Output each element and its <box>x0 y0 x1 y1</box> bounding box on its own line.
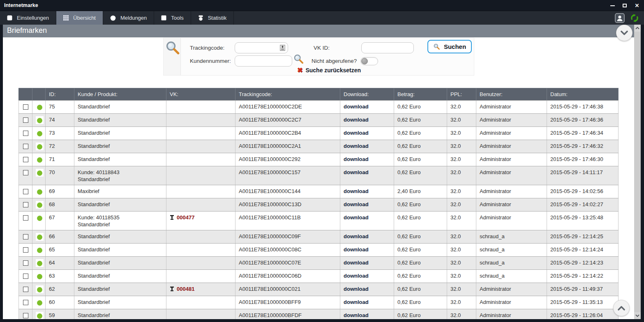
betrag-cell: 0,62 Euro <box>394 244 447 257</box>
download-link[interactable]: download <box>344 260 369 266</box>
download-link[interactable]: download <box>344 169 369 175</box>
datum-cell: 2015-05-29 - 12:14:25 <box>547 230 619 244</box>
row-checkbox[interactable] <box>23 300 28 305</box>
download-link[interactable]: download <box>344 233 369 239</box>
id-cell: 69 <box>46 185 74 198</box>
betrag-cell: 0,62 Euro <box>394 283 447 296</box>
status-dot-wrap <box>36 116 44 124</box>
scrollbar-down-icon[interactable] <box>634 312 641 319</box>
column-header <box>19 88 32 101</box>
row-checkbox[interactable] <box>23 202 28 207</box>
kundennummer-field-wrap <box>235 55 292 67</box>
download-link[interactable]: download <box>344 312 369 318</box>
download-link[interactable]: download <box>344 188 369 194</box>
tab-tools[interactable]: Tools <box>154 11 191 25</box>
row-checkbox[interactable] <box>23 247 28 253</box>
scrollbar-up-icon[interactable] <box>634 25 641 32</box>
stamps-table-wrap: ID:Kunde / Produkt:VK:Trackingcode:Downl… <box>18 88 618 319</box>
betrag-cell: 0,62 Euro <box>394 127 447 140</box>
vk-cell <box>166 127 235 140</box>
suchen-button[interactable]: Suchen <box>427 40 472 53</box>
scrollbar-thumb[interactable] <box>634 32 641 312</box>
tab-label: Einstellungen <box>17 15 49 21</box>
benutzer-cell: Administrator <box>476 185 547 198</box>
trackingcode-cell: A0011E78E1000000C08C <box>235 244 340 257</box>
vk-number[interactable]: 000477 <box>177 214 194 221</box>
reset-search-label: Suche zurücksetzen <box>305 67 361 74</box>
vk-cell <box>166 244 235 257</box>
ppl-cell: 32.0 <box>447 257 476 270</box>
kunde-produkt-cell: Standardbrief <box>74 198 166 212</box>
kundennummer-search-icon[interactable] <box>293 53 304 66</box>
download-cell: download <box>340 198 394 212</box>
trackingcode-cell: A0011E78E1000000C07E <box>235 257 340 270</box>
tab-uebersicht[interactable]: Übersicht <box>56 11 103 25</box>
status-dot <box>37 118 42 123</box>
stamp-preview-icon[interactable] <box>280 45 285 53</box>
search-icon <box>165 40 180 57</box>
column-header <box>32 88 46 101</box>
maximize-icon[interactable] <box>622 3 628 9</box>
reset-search-link[interactable]: ✖ Suche zurücksetzen <box>297 67 361 74</box>
checkbox-cell <box>19 140 32 153</box>
vkid-input[interactable] <box>361 42 414 53</box>
benutzer-cell: Administrator <box>476 212 547 230</box>
refresh-icon[interactable] <box>630 14 639 23</box>
id-cell: 75 <box>46 101 74 114</box>
row-checkbox[interactable] <box>23 274 28 279</box>
close-icon[interactable]: ✕ <box>634 3 640 9</box>
kunde-produkt-cell: Standardbrief <box>74 309 166 320</box>
table-row: 60StandardbriefA0011E78E1000000BFF9downl… <box>19 296 619 309</box>
table-row: 62Standardbrief000481A0011E78E1000000C02… <box>19 283 619 296</box>
tab-einstellungen[interactable]: Einstellungen <box>0 11 56 25</box>
datum-cell: 2015-05-29 - 14:11:17 <box>547 166 619 185</box>
collapse-section-button[interactable] <box>616 25 632 41</box>
row-checkbox[interactable] <box>23 170 28 175</box>
row-checkbox[interactable] <box>23 157 28 162</box>
download-link[interactable]: download <box>344 286 369 292</box>
download-link[interactable]: download <box>344 299 369 305</box>
download-link[interactable]: download <box>344 130 369 136</box>
row-checkbox[interactable] <box>23 234 28 239</box>
tab-statistik[interactable]: Statistik <box>191 11 234 25</box>
stamp-icon <box>170 286 174 292</box>
download-cell: download <box>340 114 394 127</box>
tab-meldungen[interactable]: Meldungen <box>103 11 154 25</box>
nicht-abgerufene-toggle[interactable] <box>360 57 378 65</box>
download-link[interactable]: download <box>344 273 369 279</box>
download-link[interactable]: download <box>344 214 369 221</box>
table-row: 70Kunde: 40118843 StandardbriefA0011E78E… <box>19 166 619 185</box>
download-link[interactable]: download <box>344 143 369 149</box>
user-badge-icon[interactable] <box>615 13 625 23</box>
row-checkbox[interactable] <box>23 189 28 194</box>
scroll-to-top-button[interactable] <box>613 300 630 316</box>
ppl-cell: 32.0 <box>447 230 476 244</box>
id-cell: 72 <box>46 140 74 153</box>
status-dot-wrap <box>36 188 44 196</box>
row-checkbox[interactable] <box>23 131 28 136</box>
status-cell <box>32 212 46 230</box>
row-checkbox[interactable] <box>23 287 28 292</box>
minimize-icon[interactable] <box>609 3 615 9</box>
row-checkbox[interactable] <box>23 144 28 149</box>
row-checkbox[interactable] <box>23 215 28 221</box>
vk-number[interactable]: 000481 <box>177 285 194 292</box>
vk-cell <box>166 153 235 166</box>
download-link[interactable]: download <box>344 117 369 123</box>
betrag-cell: 0,62 Euro <box>394 296 447 309</box>
row-checkbox[interactable] <box>23 104 28 110</box>
status-dot-wrap <box>36 233 44 241</box>
betrag-cell: 0,62 Euro <box>394 101 447 114</box>
vertical-scrollbar[interactable] <box>634 25 641 319</box>
row-checkbox[interactable] <box>23 117 28 123</box>
download-link[interactable]: download <box>344 156 369 162</box>
download-link[interactable]: download <box>344 104 369 110</box>
status-dot-wrap <box>36 312 44 319</box>
row-checkbox[interactable] <box>23 260 28 266</box>
download-link[interactable]: download <box>344 201 369 207</box>
trackingcode-cell: A0011E78E1000000BFF9 <box>235 296 340 309</box>
row-checkbox[interactable] <box>23 313 28 318</box>
kundennummer-input[interactable] <box>235 55 292 67</box>
status-dot <box>37 235 42 240</box>
download-link[interactable]: download <box>344 246 369 253</box>
